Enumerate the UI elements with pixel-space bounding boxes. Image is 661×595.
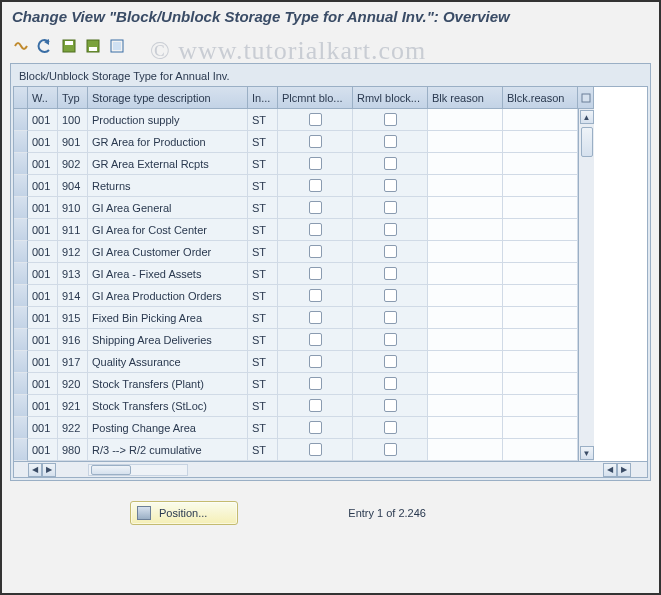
cell-rmvl[interactable] [353,219,428,241]
cell-rmvl[interactable] [353,153,428,175]
row-selector[interactable] [14,439,28,461]
cell-typ[interactable]: 916 [58,329,88,351]
cell-rmvl[interactable] [353,351,428,373]
cell-in[interactable]: ST [248,439,278,461]
row-selector[interactable] [14,373,28,395]
cell-blck[interactable] [503,131,578,153]
cell-in[interactable]: ST [248,285,278,307]
checkbox[interactable] [309,421,322,434]
col-header-rmvl[interactable]: Rmvl block... [353,87,428,109]
cell-w[interactable]: 001 [28,197,58,219]
checkbox[interactable] [384,333,397,346]
cell-rmvl[interactable] [353,197,428,219]
checkbox[interactable] [309,443,322,456]
cell-rmvl[interactable] [353,109,428,131]
cell-blk[interactable] [428,219,503,241]
scroll-down-icon[interactable]: ▼ [580,446,594,460]
cell-w[interactable]: 001 [28,373,58,395]
col-header-plcmnt[interactable]: Plcmnt blo... [278,87,353,109]
row-selector[interactable] [14,263,28,285]
checkbox[interactable] [309,135,322,148]
undo-icon[interactable] [36,37,54,55]
checkbox[interactable] [384,267,397,280]
cell-rmvl[interactable] [353,395,428,417]
checkbox[interactable] [384,377,397,390]
cell-plcmnt[interactable] [278,285,353,307]
cell-blk[interactable] [428,395,503,417]
cell-desc[interactable]: Posting Change Area [88,417,248,439]
cell-desc[interactable]: Fixed Bin Picking Area [88,307,248,329]
row-selector[interactable] [14,109,28,131]
cell-in[interactable]: ST [248,219,278,241]
cell-in[interactable]: ST [248,175,278,197]
cell-rmvl[interactable] [353,373,428,395]
deselect-all-icon[interactable] [108,37,126,55]
cell-typ[interactable]: 912 [58,241,88,263]
cell-blck[interactable] [503,439,578,461]
row-selector[interactable] [14,395,28,417]
cell-blk[interactable] [428,109,503,131]
cell-typ[interactable]: 917 [58,351,88,373]
cell-w[interactable]: 001 [28,109,58,131]
cell-typ[interactable]: 921 [58,395,88,417]
cell-blck[interactable] [503,373,578,395]
cell-desc[interactable]: GI Area for Cost Center [88,219,248,241]
cell-blk[interactable] [428,131,503,153]
scroll-right-icon[interactable]: ▶ [42,463,56,477]
cell-plcmnt[interactable] [278,417,353,439]
checkbox[interactable] [384,179,397,192]
cell-rmvl[interactable] [353,285,428,307]
col-header-typ[interactable]: Typ [58,87,88,109]
cell-in[interactable]: ST [248,395,278,417]
cell-desc[interactable]: Shipping Area Deliveries [88,329,248,351]
col-header-desc[interactable]: Storage type description [88,87,248,109]
checkbox[interactable] [384,113,397,126]
cell-plcmnt[interactable] [278,153,353,175]
cell-rmvl[interactable] [353,175,428,197]
cell-blck[interactable] [503,241,578,263]
cell-blck[interactable] [503,153,578,175]
save-icon[interactable] [60,37,78,55]
cell-blck[interactable] [503,263,578,285]
cell-blk[interactable] [428,417,503,439]
row-selector[interactable] [14,285,28,307]
checkbox[interactable] [384,201,397,214]
row-selector[interactable] [14,219,28,241]
cell-plcmnt[interactable] [278,351,353,373]
cell-blck[interactable] [503,219,578,241]
cell-typ[interactable]: 922 [58,417,88,439]
checkbox[interactable] [309,267,322,280]
cell-in[interactable]: ST [248,417,278,439]
cell-desc[interactable]: GI Area - Fixed Assets [88,263,248,285]
cell-rmvl[interactable] [353,439,428,461]
cell-plcmnt[interactable] [278,197,353,219]
cell-w[interactable]: 001 [28,439,58,461]
cell-plcmnt[interactable] [278,263,353,285]
cell-in[interactable]: ST [248,329,278,351]
cell-rmvl[interactable] [353,131,428,153]
cell-w[interactable]: 001 [28,307,58,329]
col-header-blck[interactable]: Blck.reason [503,87,578,109]
cell-typ[interactable]: 100 [58,109,88,131]
cell-in[interactable]: ST [248,109,278,131]
cell-blck[interactable] [503,417,578,439]
checkbox[interactable] [309,157,322,170]
cell-plcmnt[interactable] [278,219,353,241]
cell-w[interactable]: 001 [28,175,58,197]
cell-blck[interactable] [503,197,578,219]
cell-typ[interactable]: 911 [58,219,88,241]
cell-typ[interactable]: 910 [58,197,88,219]
row-selector[interactable] [14,351,28,373]
cell-blck[interactable] [503,307,578,329]
cell-typ[interactable]: 920 [58,373,88,395]
cell-desc[interactable]: R/3 --> R/2 cumulative [88,439,248,461]
cell-in[interactable]: ST [248,373,278,395]
cell-w[interactable]: 001 [28,241,58,263]
cell-plcmnt[interactable] [278,175,353,197]
cell-blk[interactable] [428,153,503,175]
cell-blk[interactable] [428,307,503,329]
checkbox[interactable] [384,443,397,456]
cell-typ[interactable]: 904 [58,175,88,197]
cell-w[interactable]: 001 [28,351,58,373]
cell-blk[interactable] [428,439,503,461]
